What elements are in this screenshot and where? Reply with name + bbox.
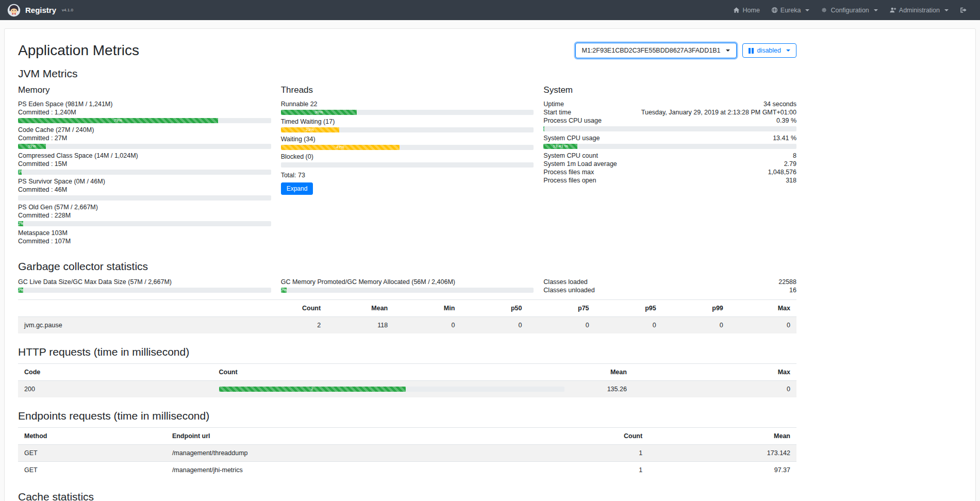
cell-code: 200 <box>18 381 213 398</box>
gc-live-data: GC Live Data Size/GC Max Data Size (57M … <box>18 278 271 295</box>
memory-item: PS Survivor Space (0M / 46M) Committed :… <box>18 177 271 201</box>
brand[interactable]: Registry v4.1.0 <box>7 4 73 17</box>
system-row-label: Start time <box>543 108 571 116</box>
memory-column-title: Memory <box>18 85 271 95</box>
section-title-cache-statistics: Cache statistics <box>18 491 796 501</box>
system-row: Process files max 1,048,576 <box>543 168 796 176</box>
nav-item-label: Administration <box>899 7 940 14</box>
classes-loaded-value: 22588 <box>778 278 796 286</box>
nav-item-label: Configuration <box>830 7 869 14</box>
gears-icon <box>821 7 828 13</box>
thread-progress-bar: 30% <box>281 110 357 115</box>
cell-endpoint-url: /management/jhi-metrics <box>166 462 517 479</box>
cell-min: 0 <box>394 317 461 334</box>
nav-item-configuration[interactable]: Configuration <box>815 0 883 20</box>
system-row: Uptime 34 seconds <box>543 100 796 108</box>
section-title-endpoints-requests: Endpoints requests (time in millisecond) <box>18 410 796 422</box>
memory-item-committed: Committed : 27M <box>18 134 271 142</box>
thread-progress-bar: 23% <box>281 127 339 132</box>
column-header: Endpoint url <box>166 428 517 445</box>
memory-item: PS Old Gen (57M / 2,667M) Committed : 22… <box>18 203 271 226</box>
memory-progress <box>18 195 271 201</box>
cell-mean: 135.26 <box>571 381 633 398</box>
table-row: GET /management/jhi-metrics 1 97.37 <box>18 462 796 479</box>
column-header: p99 <box>662 300 729 317</box>
pause-icon <box>749 48 754 54</box>
nav-item-home[interactable]: Home <box>727 0 765 20</box>
refresh-toggle-label: disabled <box>757 47 781 54</box>
cell-mean: 118 <box>327 317 394 334</box>
cell-count: 2 <box>260 317 327 334</box>
endpoints-table: Method Endpoint url Count Mean GET /mana… <box>18 427 796 478</box>
refresh-toggle-dropdown[interactable]: disabled <box>742 43 796 58</box>
memory-progress-bar: 79% <box>18 118 218 123</box>
nav-item-label: Eureka <box>780 7 801 14</box>
nav-item-administration[interactable]: Administration <box>884 0 954 20</box>
column-header: Mean <box>649 428 796 445</box>
main-card: Application Metrics M1:2F93E1CBD2C3FE55B… <box>4 28 976 501</box>
system-row: System 1m Load average 2.79 <box>543 160 796 168</box>
gc-promoted-label: GC Memory Promoted/GC Memory Allocated (… <box>281 278 534 286</box>
column-header: Max <box>633 364 796 381</box>
thread-item-label: Runnable 22 <box>281 100 534 108</box>
system-column-title: System <box>543 85 796 95</box>
cell-max: 0 <box>633 381 796 398</box>
cell-metric-name: jvm.gc.pause <box>18 317 260 334</box>
nav-menu: Home Eureka Configura <box>727 0 973 20</box>
thread-item: Runnable 22 30% <box>281 100 534 115</box>
expand-button[interactable]: Expand <box>281 182 313 195</box>
memory-progress: 2% <box>18 221 271 226</box>
cell-p99: 0 <box>662 317 729 334</box>
column-header: Count <box>516 428 649 445</box>
chevron-down-icon <box>874 9 878 11</box>
cell-count: 2 <box>213 381 571 398</box>
column-header <box>18 300 260 317</box>
http-table-header-row: Code Count Mean Max <box>18 364 796 381</box>
chevron-down-icon <box>805 9 809 11</box>
memory-item-committed: Committed : 107M <box>18 237 271 245</box>
table-row: 200 2 135.26 0 <box>18 381 796 398</box>
memory-item-label: Metaspace 103M <box>18 229 271 237</box>
memory-item-label: Code Cache (27M / 240M) <box>18 126 271 134</box>
cell-p95: 0 <box>595 317 662 334</box>
gc-classes: Classes loaded 22588 Classes unloaded 16 <box>543 278 796 295</box>
instance-selector-label: M1:2F93E1CBD2C3FE55BDD8627A3FADD1B1 <box>582 47 721 54</box>
chevron-down-icon <box>726 49 730 52</box>
system-row-label: Process files max <box>543 168 594 176</box>
gc-promoted: GC Memory Promoted/GC Memory Allocated (… <box>281 278 534 295</box>
thread-progress-bar: 47% <box>281 145 400 150</box>
cell-method: GET <box>18 445 166 462</box>
system-row: Process files open 318 <box>543 176 796 185</box>
http-requests-table: Code Count Mean Max 200 2 135.26 0 <box>18 363 796 397</box>
app-title: Registry <box>25 6 56 14</box>
process-cpu-progress: 0.39 % <box>543 126 796 131</box>
classes-unloaded-value: 16 <box>789 286 796 294</box>
instance-selector-dropdown[interactable]: M1:2F93E1CBD2C3FE55BDD8627A3FADD1B1 <box>575 43 737 58</box>
navbar: Registry v4.1.0 Home Eureka <box>0 0 980 20</box>
system-row-value: 13.41 % <box>773 134 796 142</box>
memory-item-committed: Committed : 1,240M <box>18 108 271 116</box>
gc-table-header-row: Count Mean Min p50 p75 p95 p99 Max <box>18 300 796 317</box>
classes-loaded-row: Classes loaded 22588 <box>543 278 796 286</box>
cell-method: GET <box>18 462 166 479</box>
thread-item-label: Waiting (34) <box>281 135 534 143</box>
jhipster-avatar-icon <box>7 4 21 17</box>
home-icon <box>733 7 740 13</box>
memory-item: Compressed Class Space (14M / 1,024M) Co… <box>18 152 271 175</box>
system-row-value: 0.39 % <box>776 116 796 125</box>
nav-item-sign-out[interactable] <box>954 0 973 20</box>
system-row-label: Process CPU usage <box>543 116 602 125</box>
system-cpu-progress-bar: 13.41 % <box>543 144 577 149</box>
classes-unloaded-row: Classes unloaded 16 <box>543 286 796 294</box>
nav-item-eureka[interactable]: Eureka <box>766 0 816 20</box>
thread-item: Timed Waiting (17) 23% <box>281 118 534 132</box>
chevron-down-icon <box>786 49 790 52</box>
column-header: Mean <box>327 300 394 317</box>
column-header: p95 <box>595 300 662 317</box>
memory-item-label: PS Old Gen (57M / 2,667M) <box>18 203 271 211</box>
gc-table: Count Mean Min p50 p75 p95 p99 Max jvm.g… <box>18 299 796 333</box>
threads-column: Threads Runnable 22 30% Timed Waiting (1… <box>281 85 534 248</box>
http-count-progress-bar: 2 <box>219 387 406 392</box>
memory-column: Memory PS Eden Space (981M / 1,241M) Com… <box>18 85 271 248</box>
section-title-http-requests: HTTP requests (time in millisecond) <box>18 346 796 358</box>
